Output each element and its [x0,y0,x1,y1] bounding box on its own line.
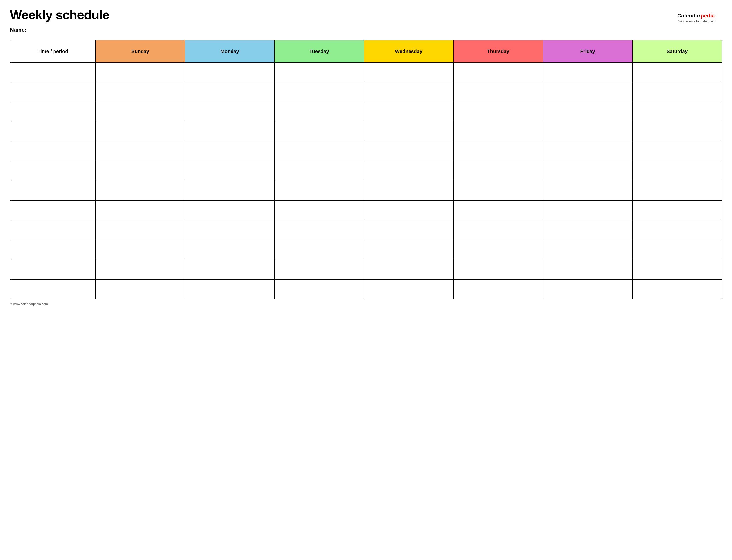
schedule-cell[interactable] [543,181,632,200]
schedule-cell[interactable] [95,220,185,240]
schedule-cell[interactable] [453,82,543,102]
schedule-cell[interactable] [95,62,185,82]
schedule-cell[interactable] [185,260,274,279]
time-cell[interactable] [10,181,95,200]
schedule-cell[interactable] [185,200,274,220]
schedule-cell[interactable] [274,82,364,102]
schedule-cell[interactable] [274,62,364,82]
table-row[interactable] [10,141,722,161]
table-row[interactable] [10,62,722,82]
schedule-cell[interactable] [185,122,274,141]
schedule-cell[interactable] [453,240,543,260]
schedule-cell[interactable] [453,62,543,82]
schedule-cell[interactable] [95,102,185,122]
schedule-cell[interactable] [364,102,453,122]
schedule-cell[interactable] [95,161,185,181]
schedule-cell[interactable] [453,141,543,161]
schedule-cell[interactable] [632,260,722,279]
schedule-cell[interactable] [95,200,185,220]
schedule-cell[interactable] [274,240,364,260]
table-row[interactable] [10,220,722,240]
schedule-cell[interactable] [632,240,722,260]
schedule-cell[interactable] [364,260,453,279]
schedule-cell[interactable] [274,220,364,240]
schedule-cell[interactable] [185,240,274,260]
schedule-cell[interactable] [543,260,632,279]
schedule-cell[interactable] [185,161,274,181]
schedule-cell[interactable] [364,62,453,82]
schedule-cell[interactable] [453,260,543,279]
schedule-cell[interactable] [364,82,453,102]
schedule-cell[interactable] [543,82,632,102]
schedule-cell[interactable] [274,122,364,141]
time-cell[interactable] [10,279,95,299]
schedule-cell[interactable] [632,62,722,82]
schedule-cell[interactable] [543,102,632,122]
schedule-cell[interactable] [364,181,453,200]
schedule-cell[interactable] [274,260,364,279]
schedule-cell[interactable] [95,141,185,161]
schedule-cell[interactable] [453,200,543,220]
schedule-cell[interactable] [185,279,274,299]
schedule-cell[interactable] [185,82,274,102]
schedule-cell[interactable] [543,141,632,161]
schedule-cell[interactable] [543,161,632,181]
time-cell[interactable] [10,240,95,260]
schedule-cell[interactable] [95,181,185,200]
schedule-cell[interactable] [632,82,722,102]
schedule-cell[interactable] [364,141,453,161]
schedule-cell[interactable] [453,102,543,122]
schedule-cell[interactable] [632,181,722,200]
table-row[interactable] [10,181,722,200]
time-cell[interactable] [10,102,95,122]
schedule-cell[interactable] [543,240,632,260]
schedule-cell[interactable] [632,141,722,161]
schedule-cell[interactable] [185,181,274,200]
schedule-cell[interactable] [274,161,364,181]
schedule-cell[interactable] [185,141,274,161]
schedule-cell[interactable] [453,122,543,141]
schedule-cell[interactable] [364,122,453,141]
time-cell[interactable] [10,122,95,141]
schedule-cell[interactable] [95,240,185,260]
schedule-cell[interactable] [543,62,632,82]
schedule-cell[interactable] [274,279,364,299]
schedule-cell[interactable] [543,200,632,220]
schedule-cell[interactable] [632,200,722,220]
schedule-cell[interactable] [95,260,185,279]
table-row[interactable] [10,260,722,279]
schedule-cell[interactable] [632,220,722,240]
time-cell[interactable] [10,161,95,181]
schedule-cell[interactable] [185,102,274,122]
schedule-cell[interactable] [95,122,185,141]
schedule-cell[interactable] [632,122,722,141]
schedule-cell[interactable] [364,220,453,240]
schedule-cell[interactable] [274,141,364,161]
schedule-cell[interactable] [453,181,543,200]
table-row[interactable] [10,102,722,122]
time-cell[interactable] [10,82,95,102]
table-row[interactable] [10,279,722,299]
schedule-cell[interactable] [364,161,453,181]
schedule-cell[interactable] [364,200,453,220]
schedule-cell[interactable] [543,122,632,141]
schedule-cell[interactable] [453,220,543,240]
schedule-cell[interactable] [632,102,722,122]
time-cell[interactable] [10,62,95,82]
time-cell[interactable] [10,260,95,279]
schedule-cell[interactable] [453,161,543,181]
time-cell[interactable] [10,141,95,161]
schedule-cell[interactable] [632,279,722,299]
time-cell[interactable] [10,220,95,240]
schedule-cell[interactable] [274,181,364,200]
schedule-cell[interactable] [95,82,185,102]
schedule-cell[interactable] [274,200,364,220]
table-row[interactable] [10,122,722,141]
schedule-cell[interactable] [364,279,453,299]
schedule-cell[interactable] [453,279,543,299]
schedule-cell[interactable] [95,279,185,299]
schedule-cell[interactable] [364,240,453,260]
schedule-cell[interactable] [543,220,632,240]
schedule-cell[interactable] [274,102,364,122]
schedule-cell[interactable] [185,220,274,240]
